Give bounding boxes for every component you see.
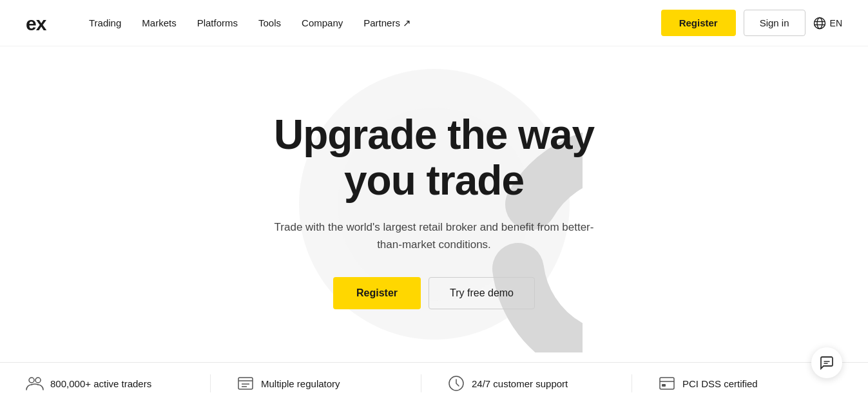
hero-content: Upgrade the way you trade Trade with the… [267, 112, 602, 309]
svg-point-8 [35, 378, 41, 383]
hero-section: Upgrade the way you trade Trade with the… [0, 46, 868, 362]
nav-item-tools[interactable]: Tools [249, 12, 290, 34]
svg-rect-14 [660, 378, 674, 389]
nav-item-platforms[interactable]: Platforms [188, 12, 247, 34]
main-nav: Trading Markets Platforms Tools Company … [80, 12, 420, 34]
stat-pci-text: PCI DSS certified [682, 378, 758, 389]
regulatory-icon [236, 374, 255, 392]
svg-point-1 [814, 17, 825, 28]
stat-support: 24/7 customer support [421, 374, 632, 392]
support-icon [447, 374, 465, 392]
globe-icon [813, 17, 826, 30]
stat-traders: 800,000+ active traders [26, 374, 210, 392]
stat-support-text: 24/7 customer support [472, 378, 568, 389]
svg-rect-16 [662, 384, 666, 387]
logo-svg: ex [26, 14, 57, 33]
svg-point-2 [817, 17, 822, 28]
nav-item-trading[interactable]: Trading [80, 12, 130, 34]
nav-item-markets[interactable]: Markets [133, 12, 185, 34]
stat-pci: PCI DSS certified [632, 374, 842, 392]
site-header: ex Trading Markets Platforms Tools Compa… [0, 0, 868, 46]
site-logo[interactable]: ex [26, 14, 57, 33]
nav-item-company[interactable]: Company [293, 12, 352, 34]
hero-title: Upgrade the way you trade [267, 112, 602, 203]
language-selector[interactable]: EN [813, 17, 842, 30]
chat-icon [819, 355, 834, 370]
svg-rect-9 [238, 378, 253, 389]
users-icon [26, 374, 44, 392]
lang-label: EN [830, 18, 842, 28]
chat-bubble[interactable] [811, 347, 842, 378]
svg-text:ex: ex [26, 14, 47, 33]
hero-buttons: Register Try free demo [267, 277, 602, 309]
hero-register-button[interactable]: Register [333, 277, 421, 309]
header-register-button[interactable]: Register [661, 10, 736, 36]
hero-subtitle: Trade with the world's largest retail br… [267, 218, 602, 253]
pci-icon [658, 374, 676, 392]
svg-point-7 [29, 378, 34, 383]
stat-regulatory: Multiple regulatory [210, 374, 421, 392]
stat-traders-text: 800,000+ active traders [50, 378, 151, 389]
stats-bar: 800,000+ active traders Multiple regulat… [0, 362, 868, 404]
stat-regulatory-text: Multiple regulatory [261, 378, 340, 389]
header-signin-button[interactable]: Sign in [744, 10, 805, 36]
header-left: ex Trading Markets Platforms Tools Compa… [26, 12, 420, 34]
nav-item-partners[interactable]: Partners ↗ [354, 12, 420, 34]
header-right: Register Sign in EN [661, 10, 842, 36]
hero-demo-button[interactable]: Try free demo [429, 277, 535, 309]
